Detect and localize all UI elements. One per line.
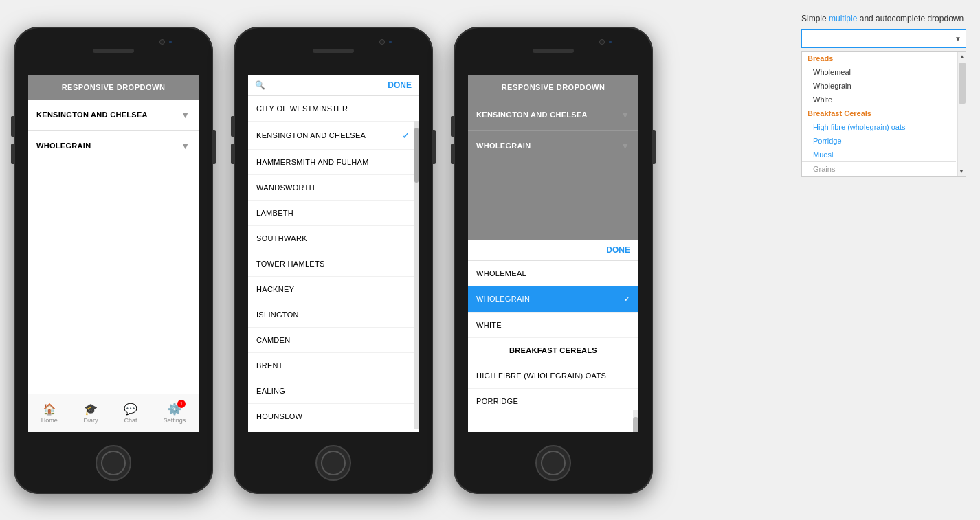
panel-dropdown-arrow: ▼ [955,35,961,43]
nav-home-label: Home [41,417,58,424]
panel-item-porridge[interactable]: Porridge [802,134,956,148]
scrollbar-up-arrow[interactable]: ▲ [958,52,966,61]
phone-1-screen: RESPONSIVE DROPDOWN KENSINGTON AND CHELS… [28,75,199,432]
dropdown-bread[interactable]: WHOLEGRAIN ▼ [28,131,199,161]
list-item-text: KENSINGTON AND CHELSEA [256,131,366,139]
nav-diary[interactable]: 🎓 Diary [83,403,98,424]
list-item[interactable]: HAMMERSMITH AND FULHAM [248,150,419,175]
phone-2: 🔍 DONE CITY OF WESTMINSTERKENSINGTON AND… [234,27,433,494]
list-item-text: WHOLEMEAL [476,269,526,278]
list-item[interactable]: WHOLEMEAL [468,261,638,286]
vol-up-button-2 [231,116,234,137]
scrollbar-3[interactable] [633,410,638,432]
dropdown-bread-arrow: ▼ [181,140,190,151]
screen1-header: RESPONSIVE DROPDOWN [28,75,199,100]
phone-3-top-bar [454,27,653,75]
list-item-text: HACKNEY [256,285,294,293]
sensor-icon [169,41,172,43]
panel-item-high-fibre[interactable]: High fibre (wholegrain) oats [802,120,956,134]
list-item-checkmark: ✓ [624,295,630,304]
phone-3-bottom [454,432,653,494]
list-item[interactable]: PORRIDGE [468,389,638,414]
panel-scrollbar[interactable]: ▲ ▼ [957,52,966,176]
vol-down-button [11,144,14,164]
screen3-dropdown-bread-value: WHOLEGRAIN [476,142,531,150]
list-item-text: HAMMERSMITH AND FULHAM [256,158,369,166]
screen3-dropdown-location[interactable]: KENSINGTON AND CHELSEA ▼ [468,100,638,131]
speaker-icon [93,49,134,53]
list-item[interactable]: WHITE [468,313,638,338]
screen3-dropdown-location-value: KENSINGTON AND CHELSEA [476,111,588,119]
nav-chat[interactable]: 💬 Chat [124,403,137,424]
bottom-nav: 🏠 Home 🎓 Diary 💬 Chat ⚙️ 1 Settings [28,394,199,432]
list-item[interactable]: WANDSWORTH [248,175,419,201]
scrollbar-down-arrow[interactable]: ▼ [957,166,966,176]
list-item[interactable]: HACKNEY [248,277,419,302]
camera-icon-2 [379,39,385,45]
panel-group-breads: Breads [802,52,956,65]
list-item[interactable]: CAMDEN [248,328,419,353]
panel-item-grains[interactable]: Grains [802,161,956,176]
list-item-text: HIGH FIBRE (WHOLEGRAIN) OATS [476,372,606,380]
home-button-3[interactable] [535,445,571,481]
camera-icon [159,39,165,45]
scrollbar[interactable] [414,121,419,429]
screen3-header: RESPONSIVE DROPDOWN [468,75,638,100]
screen3-dropdown-location-arrow: ▼ [621,109,630,120]
search-icon: 🔍 [255,80,265,90]
panel-group-breakfast-cereals: Breakfast Cereals [802,106,956,120]
list-item[interactable]: KENSINGTON AND CHELSEA✓ [248,122,419,150]
phone-top-bar [14,27,213,75]
bread-list: WHOLEMEALWHOLEGRAIN✓WHITEBREAKFAST CEREA… [468,261,638,414]
home-button[interactable] [96,445,131,481]
list-item-text: HOUNSLOW [256,412,302,420]
list-item[interactable]: ISLINGTON [248,302,419,328]
list-item-selected[interactable]: WHOLEGRAIN✓ [468,286,638,313]
list-item[interactable]: HIGH FIBRE (WHOLEGRAIN) OATS [468,363,638,389]
list-item-text: WHITE [476,321,502,329]
nav-settings-label: Settings [164,417,186,424]
vol-up-button [11,116,14,137]
done-button[interactable]: DONE [388,80,412,90]
screen3-done-bar: DONE [468,240,638,261]
panel-item-wholemeal[interactable]: Wholemeal [802,65,956,79]
phone-1-bottom [14,432,213,494]
screen3-dropdown-bread[interactable]: WHOLEGRAIN ▼ [468,131,638,161]
chat-icon: 💬 [124,403,137,416]
dropdown-location[interactable]: KENSINGTON AND CHELSEA ▼ [28,100,199,131]
list-item[interactable]: TOWER HAMLETS [248,251,419,277]
scrollbar-thumb [414,128,419,183]
dropdown-location-value: KENSINGTON AND CHELSEA [36,111,148,119]
nav-settings[interactable]: ⚙️ 1 Settings [164,403,186,424]
screen3-done-button[interactable]: DONE [606,245,630,255]
scrollbar-thumb-3 [633,417,638,432]
list-item-text: PORRIDGE [476,397,518,405]
settings-icon: ⚙️ 1 [168,403,181,416]
list-item[interactable]: LAMBETH [248,201,419,226]
diary-icon: 🎓 [84,403,98,416]
right-panel: Simple multiple and autocomplete dropdow… [801,14,966,177]
nav-diary-label: Diary [83,417,98,424]
home-button-2[interactable] [315,445,351,481]
phone-3: RESPONSIVE DROPDOWN KENSINGTON AND CHELS… [454,27,653,494]
panel-dropdown[interactable]: ▼ [801,29,966,48]
phone-2-bottom [234,432,433,494]
list-item[interactable]: HOUNSLOW [248,404,419,429]
list-item[interactable]: BRENT [248,353,419,378]
list-item[interactable]: SOUTHWARK [248,226,419,251]
list-item-text: SOUTHWARK [256,234,307,242]
nav-home[interactable]: 🏠 Home [41,403,58,424]
panel-item-wholegrain[interactable]: Wholegrain [802,79,956,93]
list-item-text: WANDSWORTH [256,183,315,192]
list-item[interactable]: CITY OF WESTMINSTER [248,96,419,122]
list-item-checkmark: ✓ [402,130,410,141]
dropdown-bread-value: WHOLEGRAIN [36,142,91,150]
panel-item-muesli[interactable]: Muesli [802,148,956,161]
sensor-icon-3 [609,41,612,43]
panel-item-white[interactable]: White [802,93,956,106]
home-icon: 🏠 [43,403,56,416]
dropdown-location-arrow: ▼ [181,109,190,120]
location-list: CITY OF WESTMINSTERKENSINGTON AND CHELSE… [248,96,419,429]
sensor-icon-2 [389,41,392,43]
list-item[interactable]: EALING [248,378,419,404]
